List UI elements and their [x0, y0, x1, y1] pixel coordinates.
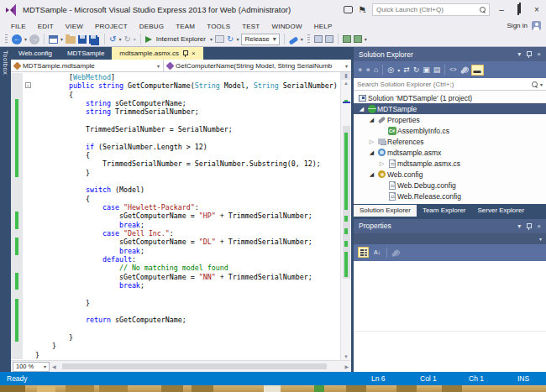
- tree-item-mdtsample[interactable]: ◢MDTSample: [354, 103, 546, 114]
- code-line[interactable]: [11, 117, 340, 125]
- save-all-icon[interactable]: [89, 35, 97, 44]
- open-file-icon[interactable]: [66, 36, 76, 44]
- web-settings-icon[interactable]: [325, 35, 333, 43]
- se-home-icon[interactable]: ⌂: [374, 65, 378, 75]
- doc-tab-mdtsample.asmx.cs[interactable]: mdtsample.asmx.cs×: [112, 47, 202, 60]
- se-collapse-all-icon[interactable]: ▣: [423, 65, 430, 75]
- code-line[interactable]: {: [11, 195, 340, 203]
- minimize-button[interactable]: –: [496, 5, 507, 14]
- zoom-level-combo[interactable]: 100 % ▾: [13, 362, 50, 372]
- properties-titlebar[interactable]: Properties ▾ ×: [354, 219, 546, 233]
- refresh-dropdown[interactable]: ▾: [236, 36, 239, 42]
- code-line[interactable]: if (SerialNumber.Length > 12): [11, 143, 340, 151]
- properties-pin-icon[interactable]: [526, 222, 532, 230]
- tree-item-web.config[interactable]: ◢Web.config: [354, 169, 546, 180]
- doc-tab-mdtsample[interactable]: MDTSample: [60, 47, 112, 60]
- se-refresh-icon[interactable]: ↻: [413, 65, 420, 75]
- properties-position-dropdown-icon[interactable]: ▾: [517, 222, 521, 230]
- attach-to-process-icon[interactable]: [215, 35, 224, 43]
- quick-launch-box[interactable]: [372, 3, 490, 16]
- code-line[interactable]: break;: [11, 247, 340, 255]
- code-line[interactable]: [WebMethod]: [11, 73, 340, 81]
- solution-explorer-search[interactable]: ▾: [354, 78, 546, 91]
- tree-item-mdtsample.asmx[interactable]: ◢mdtsample.asmx: [354, 147, 546, 158]
- page-inspector-icon[interactable]: [343, 35, 351, 43]
- code-line[interactable]: switch (Model): [11, 186, 340, 194]
- se-filter-dropdown[interactable]: ▾: [397, 67, 400, 73]
- navigate-back-dropdown[interactable]: ▾: [24, 36, 27, 42]
- tool-tab-server-explorer[interactable]: Server Explorer: [472, 205, 531, 217]
- se-forward-icon[interactable]: ●: [365, 65, 370, 75]
- run-target-label[interactable]: Internet Explorer: [156, 35, 206, 43]
- publish-icon[interactable]: [314, 35, 323, 43]
- redo-icon[interactable]: ↻: [123, 34, 130, 44]
- fold-collapse-box[interactable]: −: [23, 81, 35, 90]
- code-line[interactable]: default:: [11, 255, 340, 264]
- code-line[interactable]: −public string GetComputerName(String Mo…: [11, 81, 340, 90]
- tree-item-solution-mdtsample-1-project-[interactable]: Solution 'MDTSample' (1 project): [354, 92, 546, 103]
- quick-launch-input[interactable]: [376, 6, 480, 13]
- sign-in-link[interactable]: Sign in: [507, 22, 528, 29]
- code-line[interactable]: TrimmedSerialNumber = SerialNumber;: [11, 125, 340, 133]
- menu-help[interactable]: HELP: [308, 23, 339, 30]
- refresh-icon[interactable]: ↻: [227, 34, 234, 44]
- restore-button[interactable]: [513, 5, 525, 14]
- hscrollbar-thumb[interactable]: [62, 363, 328, 369]
- se-preview-selected-icon[interactable]: ▬: [471, 65, 484, 76]
- scroll-right-icon[interactable]: ▶: [342, 363, 351, 369]
- tab-pin-icon[interactable]: [182, 50, 188, 57]
- code-line[interactable]: sGetComputerName = "HP" + TrimmedSerialN…: [11, 212, 340, 220]
- scroll-up-icon[interactable]: ▲: [341, 81, 351, 86]
- se-back-icon[interactable]: ●: [358, 65, 362, 75]
- toolbar-grip[interactable]: [5, 34, 8, 44]
- code-line[interactable]: string sGetComputerName;: [11, 99, 340, 107]
- properties-object-combo[interactable]: ▾: [354, 233, 546, 244]
- code-line[interactable]: TrimmedSerialNumber = SerialNumber.Subst…: [11, 159, 340, 168]
- menu-project[interactable]: PROJECT: [89, 23, 134, 30]
- code-line[interactable]: string TrimmedSerialNumber;: [11, 107, 340, 116]
- scroll-down-icon[interactable]: ▼: [341, 354, 351, 359]
- split-window-handle[interactable]: ⇕: [341, 72, 351, 80]
- se-sync-icon[interactable]: ⇄: [403, 65, 410, 75]
- menu-file[interactable]: FILE: [5, 23, 32, 30]
- menu-view[interactable]: VIEW: [60, 23, 89, 30]
- save-icon[interactable]: [78, 35, 87, 44]
- code-line[interactable]: }: [11, 169, 340, 177]
- tree-item-assemblyinfo.cs[interactable]: C#AssemblyInfo.cs: [354, 125, 546, 136]
- auto-hide-pin-icon[interactable]: [526, 50, 532, 58]
- menu-debug[interactable]: DEBUG: [134, 23, 170, 30]
- account-avatar-icon[interactable]: [532, 21, 541, 30]
- tree-item-references[interactable]: ▷References: [354, 136, 546, 147]
- code-line[interactable]: }: [11, 333, 340, 342]
- toolbar-overflow-chevron[interactable]: ▾: [301, 36, 303, 42]
- tree-expand-icon[interactable]: ◢: [357, 106, 366, 112]
- type-dropdown[interactable]: MDTSample.mdtsample ▾: [11, 60, 164, 71]
- tree-expand-icon[interactable]: ◢: [367, 117, 376, 123]
- code-line[interactable]: [11, 307, 340, 316]
- redo-dropdown[interactable]: ▾: [134, 36, 136, 42]
- se-properties-icon[interactable]: [459, 67, 467, 75]
- code-line[interactable]: [11, 325, 340, 333]
- solution-explorer-titlebar[interactable]: Solution Explorer ▾ ×: [354, 47, 546, 61]
- code-editor[interactable]: [WebMethod]−public string GetComputerNam…: [11, 72, 340, 360]
- tree-expand-icon[interactable]: ▷: [377, 160, 386, 167]
- code-line[interactable]: break;: [11, 221, 340, 229]
- toolbar-grip-2[interactable]: [307, 34, 310, 44]
- code-line[interactable]: break;: [11, 281, 340, 290]
- start-debug-icon[interactable]: [145, 36, 152, 43]
- tree-expand-icon[interactable]: ◢: [367, 149, 376, 156]
- code-line[interactable]: [11, 177, 340, 186]
- toolbox-tab[interactable]: Toolbox: [0, 47, 11, 372]
- code-line[interactable]: case "Hewlett-Packard":: [11, 203, 340, 212]
- toolbar-overflow-chevron-2[interactable]: ▾: [365, 36, 367, 42]
- code-line[interactable]: {: [11, 91, 340, 99]
- se-filter-icon[interactable]: ◎: [387, 65, 394, 75]
- code-line[interactable]: }: [11, 299, 340, 307]
- tree-item-web.release.config[interactable]: Web.Release.config: [354, 191, 546, 201]
- code-line[interactable]: // No matching model found: [11, 264, 340, 272]
- new-project-icon[interactable]: [49, 35, 58, 44]
- close-button[interactable]: ×: [531, 5, 543, 14]
- notifications-button[interactable]: ⚑1: [359, 5, 366, 14]
- undo-icon[interactable]: ↺: [109, 34, 116, 44]
- menu-team[interactable]: TEAM: [170, 23, 201, 30]
